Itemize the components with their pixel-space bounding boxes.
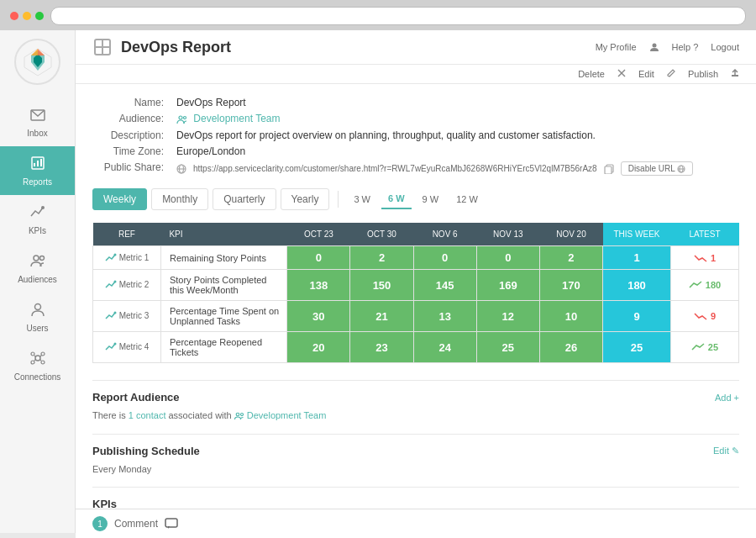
svg-point-11 [34,256,39,261]
col-header-nov6: NOV 6 [413,223,476,246]
maximize-dot[interactable] [35,12,44,20]
tab-yearly[interactable]: Yearly [281,188,330,210]
report-icon [92,37,113,57]
svg-point-17 [31,361,34,364]
publishing-section-header: Publishing Schedule Edit ✎ [92,445,739,457]
public-share-label: Public Share: [92,161,176,176]
minimize-dot[interactable] [23,12,31,20]
page-title-area: DevOps Report [92,37,231,57]
svg-line-19 [34,356,35,356]
col-header-oct23: OCT 23 [287,223,350,246]
cell-oct23-1: 138 [287,270,350,301]
cell-oct23-3: 20 [287,332,350,363]
tab-quarterly[interactable]: Quarterly [213,188,276,210]
svg-point-18 [41,361,45,364]
info-row-name: Name: DevOps Report [92,97,739,108]
cell-oct30-3: 23 [350,332,413,363]
edit-icon [667,69,675,77]
tab-weekly[interactable]: Weekly [92,188,147,210]
metric-ref-0: Metric 1 [93,246,161,270]
disable-url-button[interactable]: Disable URL [621,161,694,176]
svg-line-22 [40,360,41,361]
metric-ref-2: Metric 3 [93,301,161,332]
name-value: DevOps Report [176,97,246,108]
cell-latest-2: 9 [670,301,738,332]
col-header-kpi: KPI [160,223,286,246]
tab-9w[interactable]: 9 W [416,190,446,208]
close-dot[interactable] [10,12,18,20]
sidebar-item-reports[interactable]: Reports [0,146,75,195]
col-header-ref: REF [93,223,161,246]
cell-nov13-3: 25 [476,332,539,363]
table-row: Metric 4Percentage Reopened Tickets20232… [93,332,739,363]
comment-bar: 1 Comment [76,509,756,533]
svg-point-30 [179,116,182,119]
cell-oct30-0: 2 [350,246,413,270]
svg-point-12 [39,256,44,261]
sidebar-item-inbox[interactable]: Inbox [0,98,75,146]
app-container: Inbox Reports KPIs Audiences Users [0,30,756,533]
name-label: Name: [92,97,176,108]
audience-count: 1 contact [129,410,166,420]
audience-team-name: Development Team [247,410,327,420]
cell-nov6-2: 13 [413,301,476,332]
info-row-timezone: Time Zone: Europe/London [92,145,739,157]
audiences-icon [29,252,46,272]
profile-icon [649,42,659,52]
svg-rect-29 [732,75,738,76]
copy-icon[interactable] [604,164,614,174]
help-link[interactable]: Help ? [672,42,699,52]
edit-button[interactable]: Edit [638,69,654,79]
col-header-nov20: NOV 20 [539,223,602,246]
col-header-latest: LATEST [670,223,738,246]
users-icon [29,301,46,320]
browser-dots [10,12,44,20]
url-text: https://app.serviceclarity.com/customer/… [193,164,597,173]
audience-label: Audience: [92,113,176,125]
svg-point-41 [113,281,116,283]
cell-oct23-0: 0 [287,246,350,270]
cell-latest-0: 1 [670,246,738,270]
tab-monthly[interactable]: Monthly [151,188,208,210]
sidebar-item-connections[interactable]: Connections [0,341,75,390]
sidebar-item-users-label: Users [26,324,48,333]
comment-label[interactable]: Comment [114,518,158,530]
delete-button[interactable]: Delete [578,69,605,79]
top-bar-actions: My Profile Help ? Logout [596,42,739,52]
browser-chrome [0,0,756,30]
timezone-label: Time Zone: [92,145,176,157]
logout-link[interactable]: Logout [711,42,739,52]
kpi-table: REF KPI OCT 23 OCT 30 NOV 6 NOV 13 NOV 2… [92,223,739,363]
inbox-icon [29,106,46,125]
publishing-edit-button[interactable]: Edit ✎ [713,446,739,456]
cell-nov6-1: 145 [413,270,476,301]
cell-nov20-0: 2 [539,246,602,270]
svg-point-13 [34,304,40,310]
svg-line-20 [40,356,41,356]
publish-button[interactable]: Publish [688,69,718,79]
svg-point-26 [652,44,656,48]
address-bar[interactable] [50,7,746,25]
tabs-section: Weekly Monthly Quarterly Yearly 3 W 6 W … [92,188,739,210]
tab-3w[interactable]: 3 W [347,190,377,208]
info-row-description: Description: DevOps report for project o… [92,129,739,141]
sidebar-item-audiences-label: Audiences [18,275,57,284]
info-row-public-share: Public Share: https://app.serviceclarity… [92,161,739,176]
sidebar-item-users[interactable]: Users [0,293,75,341]
tab-12w[interactable]: 12 W [449,190,485,208]
cell-nov6-3: 24 [413,332,476,363]
sidebar-item-kpis[interactable]: KPIs [0,195,75,244]
table-row: Metric 2Story Points Completed this Week… [93,270,739,301]
audience-value[interactable]: Development Team [176,113,281,125]
cell-nov20-2: 10 [539,301,602,332]
audience-add-button[interactable]: Add + [715,393,739,403]
my-profile-link[interactable]: My Profile [596,42,637,52]
metric-ref-1: Metric 2 [93,270,161,301]
sidebar-item-audiences[interactable]: Audiences [0,244,75,293]
tab-6w[interactable]: 6 W [381,189,412,209]
cell-this-week-2: 9 [603,301,671,332]
cell-oct30-1: 150 [350,270,413,301]
audience-icon [176,113,188,125]
main-content: DevOps Report My Profile Help ? Logout D… [76,30,756,533]
cell-nov13-0: 0 [476,246,539,270]
